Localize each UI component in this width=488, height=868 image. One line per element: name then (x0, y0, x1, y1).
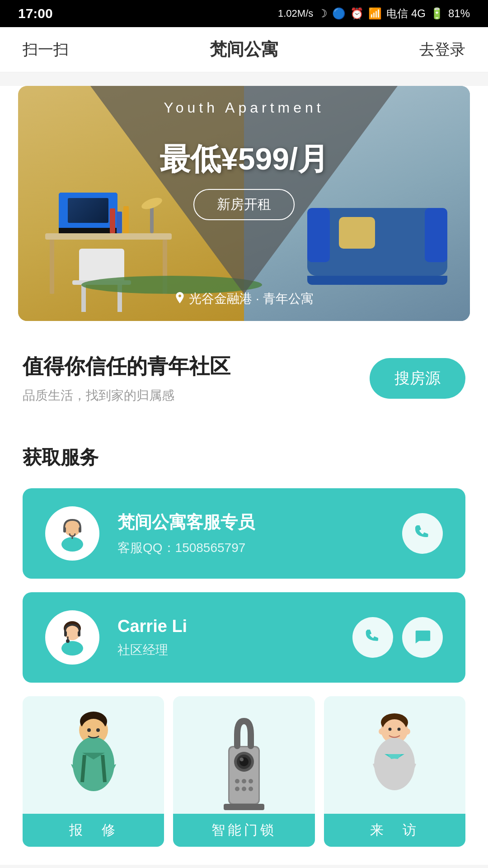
alarm-icon: ⏰ (350, 7, 364, 20)
svg-point-13 (66, 639, 70, 643)
login-button[interactable]: 去登录 (419, 39, 465, 60)
customer-service-name: 梵间公寓客服专员 (117, 511, 402, 534)
banner-slide: Youth Apartment 最低¥599/月 新房开租 光谷金融港 · 青年… (18, 86, 470, 321)
svg-point-31 (249, 787, 253, 791)
customer-service-avatar (45, 506, 99, 561)
banner-text-overlay: Youth Apartment 最低¥599/月 新房开租 光谷金融港 · 青年… (18, 86, 470, 321)
maintenance-person-icon (57, 705, 130, 814)
call-button-1[interactable] (402, 513, 443, 554)
maintenance-label: 报 修 (23, 814, 164, 847)
chat-button[interactable] (402, 617, 443, 658)
svg-point-29 (235, 787, 239, 791)
trust-subtext: 品质生活，找到家的归属感 (23, 387, 230, 404)
main-content: Youth Apartment 最低¥599/月 新房开租 光谷金融港 · 青年… (0, 86, 488, 865)
battery-label: 81% (448, 7, 470, 20)
svg-point-37 (389, 728, 392, 731)
smart-lock-label: 智能门锁 (173, 814, 314, 847)
trust-text: 值得你信任的青年社区 品质生活，找到家的归属感 (23, 353, 230, 404)
grid-services: 报 修 (23, 696, 465, 847)
service-maintenance[interactable]: 报 修 (23, 696, 164, 847)
trust-heading: 值得你信任的青年社区 (23, 353, 230, 381)
svg-point-39 (379, 728, 385, 735)
phone-icon-2 (363, 628, 382, 647)
svg-point-26 (235, 779, 239, 783)
service-visitor[interactable]: 来 访 (324, 696, 465, 847)
svg-point-28 (249, 779, 253, 783)
manager-name: Carrie Li (117, 617, 352, 636)
service-card-manager: Carrie Li 社区经理 (23, 592, 465, 683)
signal-icon: 📶 (368, 7, 382, 20)
speed-indicator: 1.02M/s (278, 8, 313, 19)
visitor-label: 来 访 (324, 814, 465, 847)
status-bar: 17:00 1.02M/s ☽ 🔵 ⏰ 📶 电信 4G 🔋 81% (0, 0, 488, 27)
svg-point-18 (87, 728, 91, 732)
manager-info: Carrie Li 社区经理 (117, 617, 352, 659)
app-title: 梵间公寓 (210, 38, 278, 61)
svg-point-17 (73, 737, 114, 791)
service-card-customer: 梵间公寓客服专员 客服QQ：1508565797 (23, 488, 465, 579)
bluetooth-icon: 🔵 (332, 7, 346, 20)
customer-service-info: 梵间公寓客服专员 客服QQ：1508565797 (117, 511, 402, 557)
status-right: 1.02M/s ☽ 🔵 ⏰ 📶 电信 4G 🔋 81% (278, 6, 470, 21)
svg-point-30 (242, 787, 246, 791)
svg-point-7 (61, 641, 83, 656)
svg-point-27 (242, 779, 246, 783)
trust-section: 值得你信任的青年社区 品质生活，找到家的归属感 搜房源 (0, 335, 488, 418)
scan-button[interactable]: 扫一扫 (23, 39, 69, 60)
banner-cta[interactable]: 新房开租 (193, 189, 295, 220)
svg-rect-10 (64, 631, 67, 637)
smart-lock-icon (212, 710, 276, 814)
location-icon (174, 292, 185, 306)
banner-price: 最低¥599/月 (160, 139, 328, 180)
service-smart-lock[interactable]: 智能门锁 (173, 696, 314, 847)
manager-avatar (45, 610, 99, 665)
manager-role: 社区经理 (117, 642, 352, 659)
services-title: 获取服务 (23, 445, 465, 470)
banner-carousel[interactable]: Youth Apartment 最低¥599/月 新房开租 光谷金融港 · 青年… (18, 86, 470, 321)
phone-icon-1 (413, 524, 432, 543)
agent-avatar-illustration (54, 515, 90, 552)
customer-service-actions (402, 513, 443, 554)
banner-subtitle: Youth Apartment (164, 99, 324, 116)
chat-icon (413, 628, 432, 647)
maintenance-figure (23, 696, 164, 814)
manager-actions (352, 617, 443, 658)
svg-rect-3 (63, 527, 66, 533)
svg-point-25 (240, 758, 244, 761)
svg-point-19 (96, 728, 100, 732)
carrier-label: 电信 4G (386, 6, 426, 21)
visitor-figure (324, 696, 465, 814)
services-section: 获取服务 梵间公寓客服专员 客 (0, 427, 488, 865)
svg-point-38 (398, 728, 401, 731)
moon-icon: ☽ (318, 7, 328, 20)
search-rooms-button[interactable]: 搜房源 (370, 358, 465, 399)
visitor-person-icon (358, 705, 431, 814)
svg-point-1 (61, 537, 83, 552)
banner-location: 光谷金融港 · 青年公寓 (18, 290, 470, 307)
manager-avatar-illustration (54, 619, 90, 656)
svg-rect-11 (78, 631, 80, 637)
smart-lock-figure (173, 696, 314, 814)
battery-icon: 🔋 (430, 7, 444, 20)
svg-point-40 (404, 728, 410, 735)
svg-rect-4 (79, 527, 81, 533)
nav-header: 扫一扫 梵间公寓 去登录 (0, 27, 488, 72)
svg-rect-32 (224, 804, 264, 810)
status-time: 17:00 (18, 6, 53, 21)
call-button-2[interactable] (352, 617, 393, 658)
customer-service-qq: 客服QQ：1508565797 (117, 539, 402, 557)
